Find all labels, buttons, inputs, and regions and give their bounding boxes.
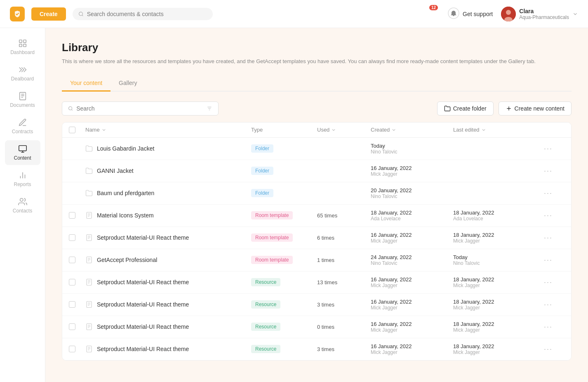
user-menu[interactable]: Clara Aqua-Pharmaceuticals: [501, 7, 578, 21]
avatar: [501, 7, 516, 21]
row-checkbox[interactable]: [69, 257, 75, 263]
cell-name: Material Icons System: [85, 212, 251, 219]
table-row[interactable]: Material Icons System Room template 65 t…: [62, 205, 571, 227]
global-search: [73, 8, 213, 20]
sort-icon-created: [391, 127, 396, 132]
app-layout: Dashboard Dealboard Documents Contracts …: [0, 28, 588, 382]
col-header-last-edited[interactable]: Last edited: [453, 127, 544, 133]
tab-gallery[interactable]: Gallery: [111, 75, 145, 92]
row-checkbox[interactable]: [69, 323, 75, 330]
col-header-name[interactable]: Name: [85, 127, 251, 133]
svg-rect-19: [87, 346, 92, 352]
svg-rect-10: [19, 146, 26, 151]
main-content: Library This is where we store all the r…: [45, 28, 588, 382]
cell-created: Today Nino Talovic: [371, 143, 453, 155]
svg-point-0: [79, 12, 82, 16]
row-checkbox[interactable]: [69, 234, 75, 241]
content-tabs: Your content Gallery: [62, 75, 572, 92]
cell-last-edited: Today Nino Talovic: [453, 254, 544, 266]
filter-icon[interactable]: [207, 105, 212, 112]
table-row[interactable]: Setproduct Material-UI React theme Resou…: [62, 294, 571, 316]
row-checkbox[interactable]: [69, 346, 75, 352]
table-row[interactable]: Baum und pferdgarten Folder 20 January, …: [62, 182, 571, 205]
create-folder-button[interactable]: Create folder: [437, 101, 494, 116]
folder-row-icon: [85, 167, 93, 174]
contacts-icon: [18, 197, 27, 206]
content-table: Name Type Used Created Last edited: [62, 122, 572, 361]
cell-created: 24 January, 2022 Nino Talovic: [371, 254, 453, 266]
file-row-icon: [85, 323, 93, 330]
cell-last-edited: 18 January, 2022 Mick Jagger: [453, 321, 544, 333]
sidebar-item-documents[interactable]: Documents: [5, 87, 40, 112]
sort-icon-edited: [481, 127, 486, 132]
cell-created: 16 January, 2022 Mick Jagger: [371, 299, 453, 311]
sidebar-item-reports[interactable]: Reports: [5, 167, 40, 191]
chevron-down-icon: [572, 11, 578, 17]
row-more-button[interactable]: ···: [544, 189, 564, 198]
sidebar-item-dashboard[interactable]: Dashboard: [5, 35, 40, 59]
col-header-created[interactable]: Created: [371, 127, 453, 133]
content-icon: [18, 144, 27, 153]
cell-used: 0 times: [317, 324, 371, 330]
sidebar-item-content-label: Content: [14, 155, 31, 161]
cell-used: 3 times: [317, 346, 371, 352]
cell-name: Setproduct Material-UI React theme: [85, 301, 251, 308]
dashboard-icon: [18, 39, 27, 48]
table-row[interactable]: GANNI Jacket Folder 16 January, 2022 Mic…: [62, 160, 571, 182]
file-row-icon: [85, 301, 93, 308]
cell-created: 20 January, 2022 Nino Talovic: [371, 187, 453, 199]
row-more-button[interactable]: ···: [544, 167, 564, 175]
col-header-type[interactable]: Type: [251, 127, 317, 133]
table-row[interactable]: Louis Gabardin Jacket Folder Today Nino …: [62, 138, 571, 160]
file-row-icon: [85, 256, 93, 264]
svg-rect-5: [19, 40, 21, 42]
row-more-button[interactable]: ···: [544, 211, 564, 220]
sidebar: Dashboard Dealboard Documents Contracts …: [0, 28, 45, 382]
cell-name: Baum und pferdgarten: [85, 189, 251, 197]
select-all-checkbox[interactable]: [69, 127, 75, 133]
table-row[interactable]: Setproduct Material-UI React theme Resou…: [62, 338, 571, 360]
table-row[interactable]: Setproduct Material-UI React theme Resou…: [62, 271, 571, 294]
row-checkbox[interactable]: [69, 301, 75, 308]
cell-used: 6 times: [317, 235, 371, 241]
row-checkbox[interactable]: [69, 212, 75, 219]
row-more-button[interactable]: ···: [544, 345, 564, 354]
table-row[interactable]: Setproduct Material-UI React theme Room …: [62, 227, 571, 249]
support-button[interactable]: 12 Get support: [448, 7, 493, 20]
search-input[interactable]: [76, 105, 202, 112]
row-more-button[interactable]: ···: [544, 144, 564, 153]
sidebar-item-dealboard[interactable]: Dealboard: [5, 61, 40, 86]
create-button[interactable]: Create: [31, 7, 66, 21]
cell-type: Folder: [251, 167, 317, 175]
sidebar-item-documents-label: Documents: [10, 102, 35, 108]
table-row[interactable]: Setproduct Material-UI React theme Resou…: [62, 316, 571, 338]
sidebar-item-content[interactable]: Content: [5, 140, 40, 165]
cell-type: Folder: [251, 189, 317, 197]
sidebar-item-contracts[interactable]: Contracts: [5, 114, 40, 139]
cell-used: 3 times: [317, 302, 371, 308]
file-row-icon: [85, 278, 93, 286]
col-header-used[interactable]: Used: [317, 127, 371, 133]
cell-name: GetAccept Professional: [85, 256, 251, 264]
create-content-button[interactable]: Create new content: [499, 101, 572, 116]
documents-icon: [18, 92, 27, 101]
svg-point-11: [20, 198, 23, 201]
row-more-button[interactable]: ···: [544, 233, 564, 242]
row-more-button[interactable]: ···: [544, 278, 564, 287]
search-icon: [68, 106, 73, 111]
global-search-input[interactable]: [87, 11, 207, 17]
file-row-icon: [85, 345, 93, 353]
row-more-button[interactable]: ···: [544, 323, 564, 331]
file-row-icon: [85, 212, 93, 219]
row-more-button[interactable]: ···: [544, 256, 564, 264]
cell-name: Setproduct Material-UI React theme: [85, 234, 251, 241]
folder-icon: [444, 105, 451, 112]
content-search-wrap: [62, 101, 219, 116]
sidebar-item-contacts[interactable]: Contacts: [5, 193, 40, 218]
row-more-button[interactable]: ···: [544, 300, 564, 309]
row-checkbox[interactable]: [69, 279, 75, 285]
create-folder-label: Create folder: [453, 105, 487, 112]
tab-your-content[interactable]: Your content: [62, 75, 111, 92]
sidebar-item-reports-label: Reports: [14, 182, 31, 187]
table-row[interactable]: GetAccept Professional Room template 1 t…: [62, 249, 571, 271]
